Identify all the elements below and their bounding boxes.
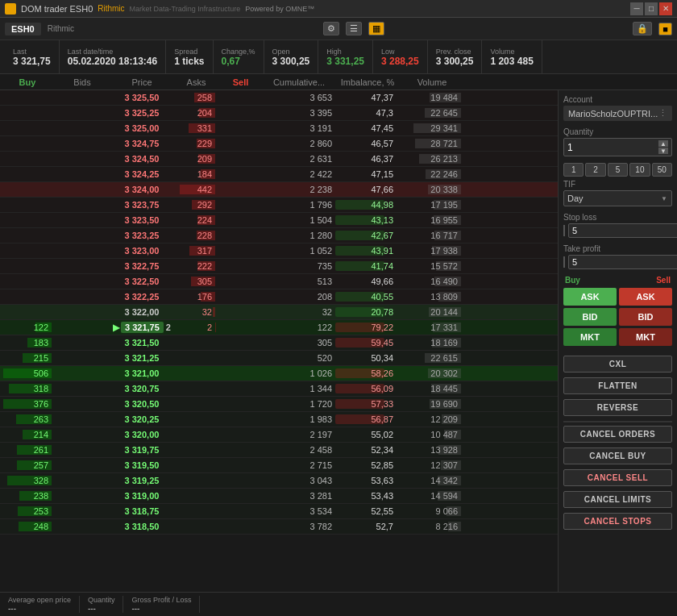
table-row[interactable]: 263 3 320,251 983 56,87 12 209	[0, 412, 558, 427]
cancel-limits-button[interactable]: CANCEL LIMITS	[563, 491, 672, 508]
reverse-button[interactable]: REVERSE	[563, 399, 672, 416]
account-menu-icon[interactable]: ⋮	[658, 108, 667, 119]
cell-price[interactable]: 3 325,50	[110, 93, 174, 102]
qty-down-arrow[interactable]: ▼	[658, 148, 668, 154]
table-row[interactable]: 248 3 318,503 782 52,7 8 216	[0, 519, 558, 535]
table-row[interactable]: 261 3 319,752 458 52,34 13 928	[0, 443, 558, 458]
qty-preset-1[interactable]: 1	[563, 163, 584, 177]
maximize-button[interactable]: □	[645, 2, 658, 15]
table-row[interactable]: 3 322,75 222 735 41,74 15 572	[0, 259, 558, 274]
cell-asks: 209	[174, 154, 218, 164]
table-row[interactable]: 3 324,75 229 2 860 46,57 28 721	[0, 136, 558, 152]
cell-price[interactable]: 3 322,00	[110, 307, 174, 317]
qty-preset-10[interactable]: 10	[629, 163, 650, 177]
cell-price[interactable]: 3 319,50	[110, 460, 174, 470]
table-row[interactable]: 506 3 321,001 026 58,26 20 302	[0, 366, 558, 381]
cell-price[interactable]: 3 322,25	[110, 292, 174, 302]
table-row[interactable]: 3 323,50 224 1 504 43,13 16 955	[0, 213, 558, 228]
cxl-button[interactable]: CXL	[563, 356, 672, 373]
cell-price[interactable]: ▶3 321,752	[110, 322, 174, 333]
cell-price[interactable]: 3 322,75	[110, 261, 174, 271]
bid-sell-button[interactable]: BID	[619, 308, 672, 326]
cell-price[interactable]: 3 323,75	[110, 200, 174, 210]
stop-loss-checkbox[interactable]	[563, 225, 565, 236]
table-row[interactable]: 3 322,00 32 32 20,78 20 144	[0, 305, 558, 320]
table-row[interactable]: 3 323,75 292 1 796 44,98 17 195	[0, 198, 558, 213]
ask-buy-button[interactable]: ASK	[563, 288, 617, 306]
cell-price[interactable]: 3 324,75	[110, 139, 174, 148]
cell-price[interactable]: 3 321,25	[110, 353, 174, 363]
ask-sell-button[interactable]: ASK	[619, 288, 672, 306]
cell-price[interactable]: 3 324,25	[110, 169, 174, 179]
cell-cumvol: 1 983	[263, 414, 335, 424]
cell-price[interactable]: 3 319,00	[110, 491, 174, 501]
qty-preset-5[interactable]: 5	[608, 163, 628, 177]
cell-price[interactable]: 3 323,00	[110, 246, 174, 256]
cancel-orders-button[interactable]: CANCEL ORDERS	[563, 426, 672, 443]
table-row[interactable]: 3 322,50 305 513 49,66 16 490	[0, 274, 558, 289]
cell-price[interactable]: 3 321,50	[110, 338, 174, 348]
cell-price[interactable]: 3 320,75	[110, 384, 174, 393]
cell-price[interactable]: 3 320,00	[110, 430, 174, 439]
settings-icon[interactable]: ⚙	[323, 22, 339, 35]
symbol-label[interactable]: ESH0	[5, 23, 41, 35]
cell-price[interactable]: 3 318,50	[110, 522, 174, 531]
cell-price[interactable]: 3 319,25	[110, 476, 174, 485]
quantity-input[interactable]	[567, 142, 616, 153]
table-row[interactable]: 3 324,00 442 2 238 47,66 20 338	[0, 182, 558, 198]
table-row[interactable]: 3 322,25 176 208 40,55 13 809	[0, 289, 558, 305]
table-row[interactable]: 122 ▶3 321,752 2 122 79,22 17 331	[0, 320, 558, 335]
table-row[interactable]: 376 3 320,501 720 57,33 19 690	[0, 397, 558, 412]
cell-price[interactable]: 3 322,50	[110, 277, 174, 286]
cancel-stops-button[interactable]: CANCEL STOPS	[563, 513, 672, 530]
color-icon[interactable]: ■	[658, 23, 672, 35]
table-row[interactable]: 215 3 321,25520 50,34 22 615	[0, 351, 558, 366]
cell-price[interactable]: 3 324,00	[110, 185, 174, 194]
change-cell: Change,% 0,67	[214, 40, 264, 73]
minimize-button[interactable]: ─	[630, 2, 643, 15]
table-row[interactable]: 214 3 320,002 197 55,02 10 487	[0, 427, 558, 443]
cell-price[interactable]: 3 323,25	[110, 231, 174, 240]
cell-volume: 12 307	[400, 460, 464, 470]
qty-preset-50[interactable]: 50	[652, 163, 672, 177]
cell-price[interactable]: 3 321,00	[110, 368, 174, 378]
cell-price[interactable]: 3 323,50	[110, 215, 174, 225]
mkt-buy-button[interactable]: MKT	[563, 328, 617, 346]
cell-price[interactable]: 3 320,25	[110, 414, 174, 424]
table-row[interactable]: 3 324,25 184 2 422 47,15 22 246	[0, 167, 558, 182]
cell-price[interactable]: 3 325,25	[110, 108, 174, 118]
close-button[interactable]: ✕	[659, 2, 672, 15]
table-row[interactable]: 183 3 321,50305 59,45 18 169	[0, 335, 558, 351]
bid-buy-button[interactable]: BID	[563, 308, 617, 326]
table-row[interactable]: 328 3 319,253 043 53,63 14 342	[0, 473, 558, 489]
table-row[interactable]: 3 325,50 258 3 653 47,37 19 484	[0, 90, 558, 106]
cell-price[interactable]: 3 320,50	[110, 399, 174, 409]
lock-icon[interactable]: 🔒	[633, 22, 652, 35]
cancel-sell-button[interactable]: CANCEL SELL	[563, 469, 672, 486]
mkt-sell-button[interactable]: MKT	[619, 328, 672, 346]
dom-icon[interactable]: ▦	[368, 22, 384, 35]
take-profit-input[interactable]	[568, 255, 677, 269]
qty-preset-2[interactable]: 2	[585, 163, 605, 177]
cell-price[interactable]: 3 319,75	[110, 445, 174, 455]
stop-loss-input[interactable]	[568, 223, 677, 238]
table-row[interactable]: 3 324,50 209 2 631 46,37 26 213	[0, 152, 558, 167]
table-row[interactable]: 318 3 320,751 344 56,09 18 445	[0, 381, 558, 397]
table-row[interactable]: 253 3 318,753 534 52,55 9 066	[0, 504, 558, 519]
cancel-buy-button[interactable]: CANCEL BUY	[563, 447, 672, 464]
cell-price[interactable]: 3 318,75	[110, 506, 174, 516]
table-row[interactable]: 238 3 319,003 281 53,43 14 594	[0, 489, 558, 504]
flatten-button[interactable]: FLATTEN	[563, 377, 672, 394]
take-profit-checkbox[interactable]	[563, 256, 565, 268]
qty-up-arrow[interactable]: ▲	[658, 140, 668, 147]
layout-icon[interactable]: ☰	[346, 22, 362, 35]
table-row[interactable]: 3 323,25 228 1 280 42,67 16 717	[0, 228, 558, 243]
table-row[interactable]: 3 325,25 204 3 395 47,3 22 645	[0, 106, 558, 121]
cell-price[interactable]: 3 324,50	[110, 154, 174, 164]
table-row[interactable]: 3 325,00 331 3 191 47,45 29 341	[0, 121, 558, 136]
cell-imbalance: 49,66	[335, 277, 400, 286]
tif-select[interactable]: Day GTC IOC FOK	[563, 190, 672, 206]
table-row[interactable]: 3 323,00 317 1 052 43,91 17 938	[0, 243, 558, 259]
cell-price[interactable]: 3 325,00	[110, 123, 174, 133]
table-row[interactable]: 257 3 319,502 715 52,85 12 307	[0, 458, 558, 473]
